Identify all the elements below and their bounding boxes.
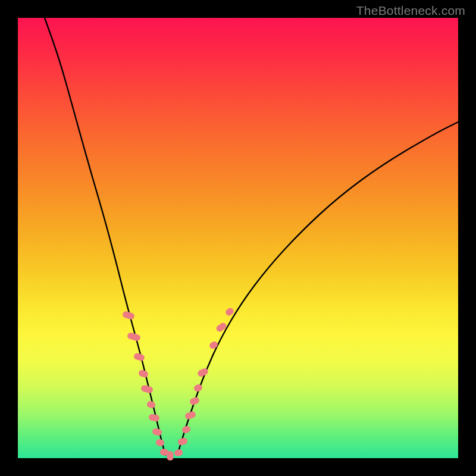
curve-svg xyxy=(18,18,458,458)
bead xyxy=(140,384,154,394)
bead xyxy=(184,411,197,420)
bead xyxy=(133,352,145,362)
bead xyxy=(177,437,188,446)
bead xyxy=(146,400,156,409)
bead-group xyxy=(122,306,235,461)
bead xyxy=(127,332,141,342)
bead xyxy=(167,451,174,461)
bead xyxy=(208,340,219,350)
curve-right-branch xyxy=(177,122,458,455)
bead xyxy=(148,414,160,422)
outer-frame: TheBottleneck.com xyxy=(0,0,476,476)
bead xyxy=(174,449,183,457)
bead xyxy=(189,396,201,406)
bead xyxy=(138,369,149,378)
bead xyxy=(181,425,192,434)
bead xyxy=(193,383,203,393)
watermark-text: TheBottleneck.com xyxy=(356,4,465,18)
plot-area xyxy=(18,18,458,458)
bead xyxy=(122,311,135,320)
